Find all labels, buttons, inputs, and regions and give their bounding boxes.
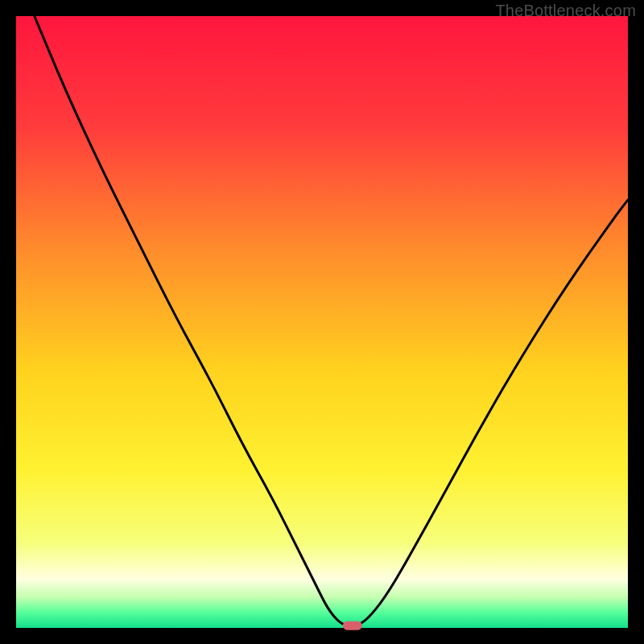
chart-frame: TheBottleneck.com	[0, 0, 644, 644]
attribution-text: TheBottleneck.com	[495, 2, 636, 20]
optimal-marker	[343, 621, 362, 630]
bottleneck-curve	[35, 16, 628, 625]
plot-area	[16, 16, 628, 628]
curve-layer	[16, 16, 628, 628]
